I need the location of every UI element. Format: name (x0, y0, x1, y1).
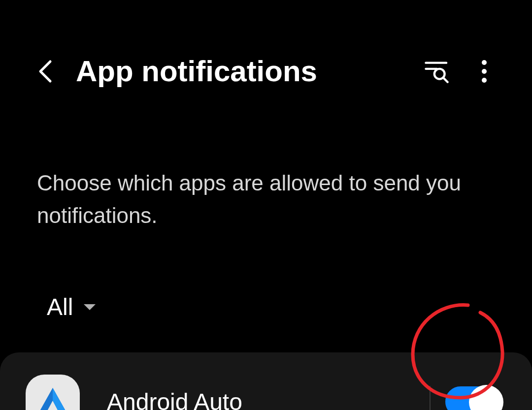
description-text: Choose which apps are allowed to send yo… (0, 103, 532, 232)
page-title: App notifications (76, 54, 424, 88)
chevron-down-icon (83, 300, 97, 314)
filter-label: All (47, 293, 73, 320)
notification-toggle[interactable] (445, 386, 502, 410)
app-name-label: Android Auto (107, 388, 430, 410)
filter-search-icon[interactable] (424, 59, 450, 84)
app-row[interactable]: Android Auto (26, 372, 502, 410)
header-actions (424, 59, 495, 84)
overflow-menu-icon[interactable] (473, 61, 495, 82)
back-icon[interactable] (34, 61, 56, 82)
svg-point-4 (482, 60, 487, 65)
android-auto-icon (26, 375, 80, 410)
svg-point-6 (482, 78, 487, 83)
toggle-knob (469, 385, 503, 410)
header-bar: App notifications (0, 0, 532, 103)
filter-dropdown[interactable]: All (0, 232, 532, 320)
divider (430, 386, 431, 410)
app-list: Android Auto (0, 352, 532, 410)
svg-point-5 (482, 69, 487, 74)
svg-line-3 (443, 78, 448, 82)
